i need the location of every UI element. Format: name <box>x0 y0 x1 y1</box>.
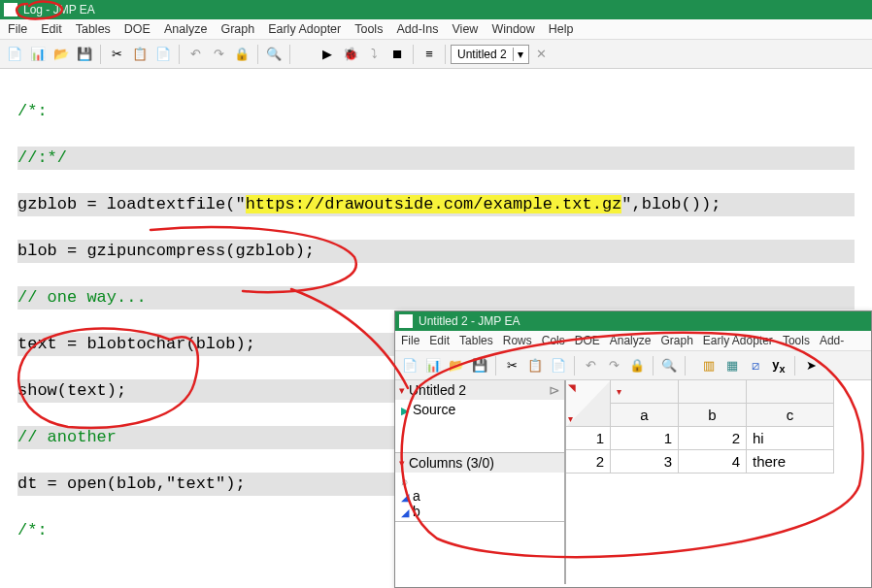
menu-file[interactable]: File <box>401 334 419 347</box>
menu-tools[interactable]: Tools <box>783 334 810 347</box>
disclosure-icon[interactable]: ◥ <box>568 382 576 393</box>
toolbar-sep <box>413 45 414 64</box>
code-line: text = blobtochar(blob); <box>17 335 255 353</box>
play-icon[interactable]: ▶ <box>401 405 409 416</box>
open-icon[interactable]: 📂 <box>446 355 467 376</box>
step-icon[interactable]: ⤵ <box>363 44 385 65</box>
filter-icon[interactable]: ⌕ <box>401 474 558 488</box>
column-item[interactable]: ◢ a <box>401 488 558 504</box>
inner-menu-bar[interactable]: File Edit Tables Rows Cols DOE Analyze G… <box>395 331 871 351</box>
toolbar-sep <box>257 45 258 64</box>
search-icon[interactable]: 🔍 <box>263 44 285 65</box>
new-icon[interactable]: 📄 <box>399 355 420 376</box>
menu-tables[interactable]: Tables <box>76 22 111 36</box>
column-item[interactable]: ◢ b <box>401 504 558 519</box>
new-dt-icon[interactable]: 📊 <box>27 44 49 65</box>
menu-view[interactable]: View <box>453 22 479 36</box>
lock-icon[interactable]: 🔒 <box>626 355 648 376</box>
cell[interactable]: 4 <box>679 450 747 474</box>
dist-icon[interactable]: ▥ <box>698 355 720 376</box>
menu-edit[interactable]: Edit <box>41 22 62 36</box>
toolbar-sep <box>495 356 496 376</box>
redo-icon[interactable]: ↷ <box>603 355 624 376</box>
disclosure-icon[interactable]: ▾ <box>399 457 405 470</box>
cell[interactable]: hi <box>747 427 834 450</box>
stop-icon[interactable]: ⏹ <box>386 44 408 65</box>
menu-analyze[interactable]: Analyze <box>610 334 652 347</box>
paste-icon[interactable]: 📄 <box>152 44 174 65</box>
lock-icon[interactable]: 🔒 <box>231 44 252 65</box>
redo-icon[interactable]: ↷ <box>208 44 229 65</box>
data-grid[interactable]: ◥ ▾ ▾ a b c 1 1 <box>566 380 871 584</box>
menu-addins[interactable]: Add- <box>820 334 844 347</box>
main-menu-bar[interactable]: File Edit Tables DOE Analyze Graph Early… <box>0 19 872 40</box>
close-win-icon[interactable]: ✕ <box>531 44 553 65</box>
menu-window[interactable]: Window <box>491 22 534 36</box>
save-icon[interactable]: 💾 <box>74 44 95 65</box>
window-combo[interactable]: Untitled 2 ▾ <box>451 45 529 64</box>
cell[interactable]: 2 <box>679 427 747 450</box>
menu-graph[interactable]: Graph <box>660 334 692 347</box>
menu-cols[interactable]: Cols <box>542 334 565 347</box>
grid-corner[interactable]: ◥ ▾ <box>566 380 611 427</box>
source-script[interactable]: Source <box>413 402 455 417</box>
cut-icon[interactable]: ✂ <box>501 355 522 376</box>
menu-help[interactable]: Help <box>549 22 574 36</box>
search-icon[interactable]: 🔍 <box>658 355 680 376</box>
paste-icon[interactable]: 📄 <box>548 355 569 376</box>
code-comment: /*: <box>17 102 48 120</box>
cell[interactable]: 1 <box>611 427 679 450</box>
chevron-down-icon[interactable]: ▾ <box>513 48 528 61</box>
menu-rows[interactable]: Rows <box>503 334 532 347</box>
cell[interactable]: 3 <box>611 450 679 474</box>
table-row[interactable]: 2 3 4 there <box>566 450 871 474</box>
undo-icon[interactable]: ↶ <box>580 355 601 376</box>
new-dt-icon[interactable]: 📊 <box>422 355 444 376</box>
graph-icon[interactable]: ▦ <box>721 355 743 376</box>
code-line: gzblob = loadtextfile( <box>17 195 235 213</box>
menu-tables[interactable]: Tables <box>459 334 493 347</box>
table-row[interactable]: 1 1 2 hi <box>566 427 871 450</box>
col-header-b[interactable]: b <box>679 404 747 427</box>
columns-panel[interactable]: ▾ Columns (3/0) <box>395 453 564 473</box>
col-header-c[interactable]: c <box>747 404 834 427</box>
format-icon[interactable]: ≡ <box>419 44 440 65</box>
menu-addins[interactable]: Add-Ins <box>396 22 438 36</box>
menu-tools[interactable]: Tools <box>354 22 383 36</box>
menu-doe[interactable]: DOE <box>124 22 151 36</box>
toolbar-sep <box>100 45 101 64</box>
toolbar-sep <box>574 356 575 376</box>
cut-icon[interactable]: ✂ <box>106 44 127 65</box>
menu-graph[interactable]: Graph <box>220 22 254 36</box>
row-number[interactable]: 2 <box>566 450 611 474</box>
copy-icon[interactable]: 📋 <box>524 355 546 376</box>
code-comment: //:*/ <box>17 148 67 167</box>
disclosure-icon[interactable]: ▾ <box>617 386 621 397</box>
debug-icon[interactable]: 🐞 <box>340 44 361 65</box>
columns-panel-label: Columns (3/0) <box>409 455 494 471</box>
code-comment: // one way... <box>17 288 147 307</box>
fitmodel-icon[interactable]: yx <box>768 355 789 376</box>
table-name-panel[interactable]: ▾ Untitled 2 ⊳ <box>395 380 564 400</box>
menu-file[interactable]: File <box>8 22 27 36</box>
code-line: blob = gzipuncompress(gzblob); <box>17 242 315 260</box>
menu-analyze[interactable]: Analyze <box>164 22 207 36</box>
arrow-icon[interactable]: ➤ <box>800 355 822 376</box>
copy-icon[interactable]: 📋 <box>129 44 151 65</box>
menu-doe[interactable]: DOE <box>575 334 600 347</box>
row-number[interactable]: 1 <box>566 427 611 450</box>
fit-icon[interactable]: ⧄ <box>745 355 766 376</box>
disclosure-icon[interactable]: ▾ <box>399 384 405 397</box>
new-icon[interactable]: 📄 <box>4 44 25 65</box>
run-icon[interactable]: ▶ <box>317 44 338 65</box>
panel-grip-icon[interactable]: ⊳ <box>549 382 560 398</box>
cell[interactable]: there <box>747 450 834 474</box>
menu-edit[interactable]: Edit <box>429 334 450 347</box>
disclosure-icon[interactable]: ▾ <box>568 413 573 424</box>
open-icon[interactable]: 📂 <box>50 44 72 65</box>
save-icon[interactable]: 💾 <box>469 355 490 376</box>
undo-icon[interactable]: ↶ <box>184 44 206 65</box>
menu-early-adopter[interactable]: Early Adopter <box>703 334 773 347</box>
col-header-a[interactable]: a <box>611 404 679 427</box>
menu-early-adopter[interactable]: Early Adopter <box>268 22 341 36</box>
